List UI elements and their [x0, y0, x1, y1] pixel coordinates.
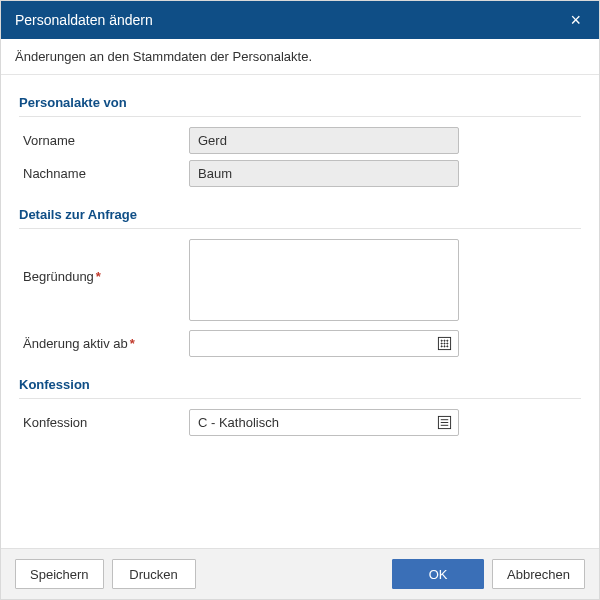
row-begruendung: Begründung*: [19, 239, 581, 324]
required-marker: *: [96, 269, 101, 284]
footer: Speichern Drucken OK Abbrechen: [1, 548, 599, 599]
label-nachname: Nachname: [19, 160, 189, 187]
content: Personalakte von Vorname Nachname Detail…: [1, 75, 599, 548]
row-vorname: Vorname: [19, 127, 581, 154]
section-rule: [19, 228, 581, 229]
calendar-icon[interactable]: [435, 335, 453, 353]
dialog-subtitle: Änderungen an den Stammdaten der Persona…: [1, 39, 599, 75]
section-title-personalakte: Personalakte von: [19, 81, 581, 116]
abbrechen-button[interactable]: Abbrechen: [492, 559, 585, 589]
dialog: Personaldaten ändern × Änderungen an den…: [0, 0, 600, 600]
svg-point-1: [441, 340, 442, 341]
aktiv-ab-input[interactable]: [189, 330, 459, 357]
speichern-button[interactable]: Speichern: [15, 559, 104, 589]
vorname-input: [189, 127, 459, 154]
svg-point-6: [446, 343, 447, 344]
drucken-button[interactable]: Drucken: [112, 559, 196, 589]
label-vorname: Vorname: [19, 127, 189, 154]
svg-point-9: [446, 346, 447, 347]
row-aktiv-ab: Änderung aktiv ab*: [19, 330, 581, 357]
svg-point-2: [443, 340, 444, 341]
label-aktiv-ab: Änderung aktiv ab*: [19, 330, 189, 357]
konfession-select[interactable]: [189, 409, 459, 436]
titlebar: Personaldaten ändern ×: [1, 1, 599, 39]
section-title-details: Details zur Anfrage: [19, 193, 581, 228]
label-konfession: Konfession: [19, 409, 189, 436]
label-aktiv-ab-text: Änderung aktiv ab: [23, 336, 128, 351]
ok-button[interactable]: OK: [392, 559, 484, 589]
label-begruendung: Begründung*: [19, 239, 189, 290]
svg-point-3: [446, 340, 447, 341]
list-icon[interactable]: [435, 414, 453, 432]
close-icon[interactable]: ×: [566, 7, 585, 33]
svg-point-4: [441, 343, 442, 344]
required-marker: *: [130, 336, 135, 351]
nachname-input: [189, 160, 459, 187]
dialog-title: Personaldaten ändern: [15, 12, 153, 28]
section-rule: [19, 398, 581, 399]
section-rule: [19, 116, 581, 117]
label-begruendung-text: Begründung: [23, 269, 94, 284]
svg-point-5: [443, 343, 444, 344]
row-konfession: Konfession: [19, 409, 581, 436]
svg-point-7: [441, 346, 442, 347]
section-title-konfession: Konfession: [19, 363, 581, 398]
svg-point-8: [443, 346, 444, 347]
begruendung-textarea[interactable]: [189, 239, 459, 321]
row-nachname: Nachname: [19, 160, 581, 187]
